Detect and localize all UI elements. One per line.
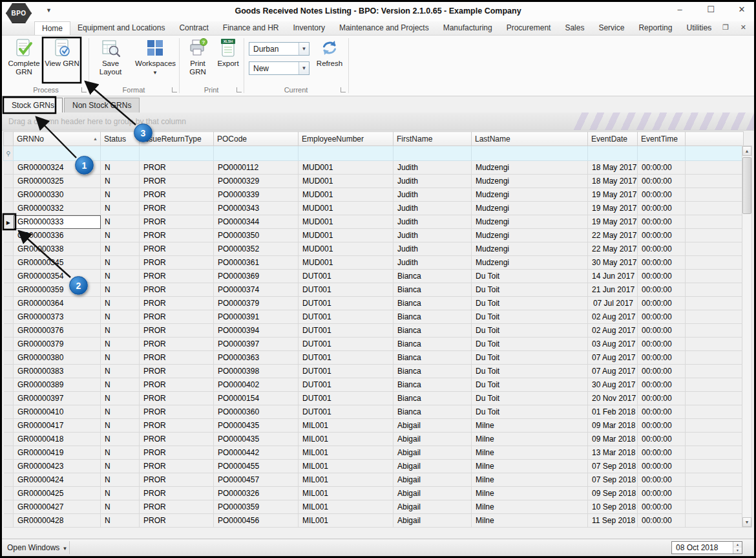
cell-firstname[interactable]: Abigail: [394, 487, 472, 500]
table-row[interactable]: GR00000389NPRORPO0000402DUT001BiancaDu T…: [4, 378, 744, 392]
cell-employeenumber[interactable]: DUT001: [299, 324, 394, 338]
cell-eventdate[interactable]: 07 Aug 2017: [588, 365, 638, 378]
cell-status[interactable]: N: [101, 161, 140, 175]
table-row[interactable]: GR00000354NPRORPO0000369DUT001BiancaDu T…: [4, 270, 744, 283]
cell-issuereturntype[interactable]: PROR: [140, 297, 214, 310]
view-grn-button[interactable]: View GRN: [45, 38, 79, 68]
cell-lastname[interactable]: Milne: [472, 500, 588, 514]
cell-lastname[interactable]: Du Toit: [472, 378, 588, 392]
refresh-button[interactable]: Refresh: [313, 38, 346, 68]
cell-lastname[interactable]: Milne: [472, 460, 588, 473]
cell-firstname[interactable]: Abigail: [394, 419, 472, 433]
cell-eventtime[interactable]: 00:00:00: [638, 500, 686, 514]
menu-tab-finance-and-hr[interactable]: Finance and HR: [216, 21, 286, 35]
cell-eventtime[interactable]: 00:00:00: [638, 514, 686, 528]
cell-lastname[interactable]: Milne: [472, 446, 588, 460]
cell-employeenumber[interactable]: MUD001: [299, 161, 394, 175]
cell-lastname[interactable]: Du Toit: [472, 310, 588, 324]
cell-employeenumber[interactable]: MIL001: [299, 487, 394, 500]
cell-pocode[interactable]: PO0000369: [214, 270, 299, 283]
cell-eventdate[interactable]: 19 May 2017: [588, 202, 638, 215]
table-row[interactable]: GR00000397NPRORPO0000154DUT001BiancaDu T…: [4, 392, 744, 405]
cell-grnno[interactable]: GR00000325: [14, 175, 101, 188]
cell-pocode[interactable]: PO0000360: [214, 405, 299, 419]
cell-lastname[interactable]: Du Toit: [472, 365, 588, 378]
cell-pocode[interactable]: PO0000359: [214, 500, 299, 514]
cell-pocode[interactable]: PO0000343: [214, 202, 299, 215]
cell-employeenumber[interactable]: MIL001: [299, 433, 394, 446]
cell-eventdate[interactable]: 01 Feb 2018: [588, 405, 638, 419]
cell-eventtime[interactable]: 00:00:00: [638, 324, 686, 338]
cell-issuereturntype[interactable]: PROR: [140, 324, 214, 338]
cell-grnno[interactable]: GR00000383: [14, 365, 101, 378]
cell-eventdate[interactable]: 11 Sep 2018: [588, 514, 638, 528]
cell-employeenumber[interactable]: MUD001: [299, 202, 394, 215]
cell-eventdate[interactable]: 10 Sep 2018: [588, 500, 638, 514]
row-indicator[interactable]: [4, 324, 14, 338]
cell-eventdate[interactable]: 22 May 2017: [588, 242, 638, 256]
cell-grnno[interactable]: GR00000338: [14, 242, 101, 256]
menu-tab-contract[interactable]: Contract: [172, 21, 215, 35]
cell-firstname[interactable]: Bianca: [394, 365, 472, 378]
row-indicator[interactable]: [4, 514, 14, 528]
date-field[interactable]: 08 Oct 2018 ▲ ▼: [671, 541, 742, 554]
cell-lastname[interactable]: Du Toit: [472, 283, 588, 297]
column-header-eventdate[interactable]: EventDate: [588, 132, 638, 146]
close-button[interactable]: ✕: [736, 5, 748, 14]
row-indicator[interactable]: [4, 392, 14, 405]
cell-eventdate[interactable]: 07 Sep 2018: [588, 460, 638, 473]
cell-eventdate[interactable]: 09 Mar 2018: [588, 419, 638, 433]
cell-employeenumber[interactable]: DUT001: [299, 270, 394, 283]
cell-status[interactable]: N: [101, 473, 140, 487]
cell-status[interactable]: N: [101, 378, 140, 392]
cell-eventtime[interactable]: 00:00:00: [638, 270, 686, 283]
filter-cell-status[interactable]: [101, 146, 140, 161]
table-row[interactable]: GR00000427NPRORPO0000359MIL001AbigailMil…: [4, 500, 744, 514]
cell-eventtime[interactable]: 00:00:00: [638, 419, 686, 433]
cell-eventdate[interactable]: 14 Jun 2017: [588, 270, 638, 283]
cell-lastname[interactable]: Du Toit: [472, 270, 588, 283]
cell-employeenumber[interactable]: DUT001: [299, 283, 394, 297]
cell-pocode[interactable]: PO0000154: [214, 392, 299, 405]
cell-status[interactable]: N: [101, 487, 140, 500]
cell-issuereturntype[interactable]: PROR: [140, 256, 214, 270]
cell-eventtime[interactable]: 00:00:00: [638, 256, 686, 270]
doc-restore-button[interactable]: ❐: [722, 23, 729, 32]
cell-issuereturntype[interactable]: PROR: [140, 473, 214, 487]
table-row[interactable]: GR00000364NPRORPO0000379DUT001BiancaDu T…: [4, 297, 744, 310]
filter-cell-employeenumber[interactable]: [299, 146, 394, 161]
cell-eventtime[interactable]: 00:00:00: [638, 392, 686, 405]
spinner-up-icon[interactable]: ▲: [733, 542, 742, 548]
cell-firstname[interactable]: Abigail: [394, 433, 472, 446]
cell-status[interactable]: N: [101, 392, 140, 405]
cell-eventdate[interactable]: 21 Jun 2017: [588, 283, 638, 297]
column-header-lastname[interactable]: LastName: [472, 132, 588, 146]
cell-issuereturntype[interactable]: PROR: [140, 283, 214, 297]
status-combobox-dropdown-icon[interactable]: ▼: [299, 62, 309, 74]
cell-eventdate[interactable]: 22 May 2017: [588, 229, 638, 242]
column-header-pocode[interactable]: POCode: [214, 132, 299, 146]
cell-issuereturntype[interactable]: PROR: [140, 433, 214, 446]
cell-status[interactable]: N: [101, 500, 140, 514]
cell-eventdate[interactable]: 07 Sep 2018: [588, 473, 638, 487]
cell-firstname[interactable]: Judith: [394, 188, 472, 202]
row-indicator[interactable]: [4, 229, 14, 242]
cell-issuereturntype[interactable]: PROR: [140, 419, 214, 433]
cell-grnno[interactable]: GR00000333: [14, 215, 101, 229]
cell-issuereturntype[interactable]: PROR: [140, 365, 214, 378]
cell-employeenumber[interactable]: MUD001: [299, 242, 394, 256]
cell-firstname[interactable]: Bianca: [394, 392, 472, 405]
menu-tab-procurement[interactable]: Procurement: [499, 21, 558, 35]
cell-issuereturntype[interactable]: PROR: [140, 460, 214, 473]
minimize-button[interactable]: –: [674, 5, 686, 14]
cell-grnno[interactable]: GR00000424: [14, 473, 101, 487]
cell-issuereturntype[interactable]: PROR: [140, 270, 214, 283]
cell-firstname[interactable]: Abigail: [394, 500, 472, 514]
cell-pocode[interactable]: PO0000402: [214, 378, 299, 392]
row-indicator[interactable]: [4, 419, 14, 433]
cell-lastname[interactable]: Du Toit: [472, 392, 588, 405]
cell-pocode[interactable]: PO0000394: [214, 324, 299, 338]
row-indicator[interactable]: [4, 256, 14, 270]
cell-lastname[interactable]: Milne: [472, 514, 588, 528]
cell-issuereturntype[interactable]: PROR: [140, 351, 214, 365]
